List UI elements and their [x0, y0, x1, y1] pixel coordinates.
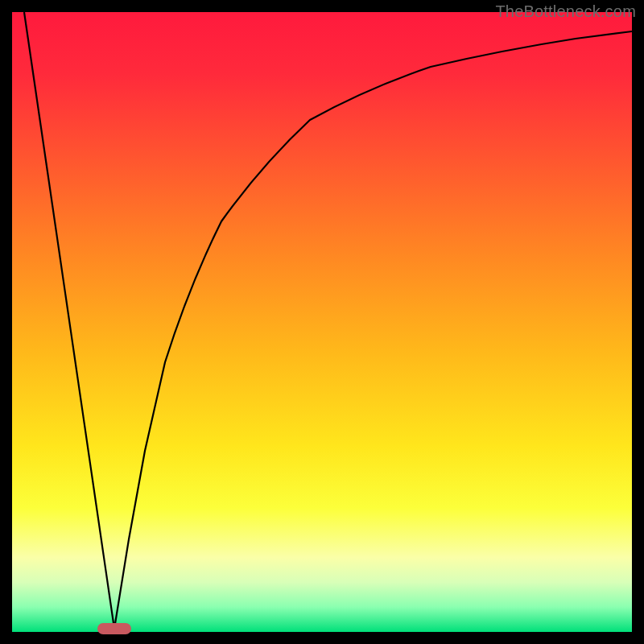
chart-frame: TheBottleneck.com	[0, 0, 644, 644]
curve-layer	[12, 12, 632, 632]
plot-area	[12, 12, 632, 632]
left-v-line	[24, 12, 114, 629]
right-curve	[114, 31, 632, 629]
watermark-text: TheBottleneck.com	[495, 2, 636, 21]
bottleneck-marker	[97, 623, 131, 634]
